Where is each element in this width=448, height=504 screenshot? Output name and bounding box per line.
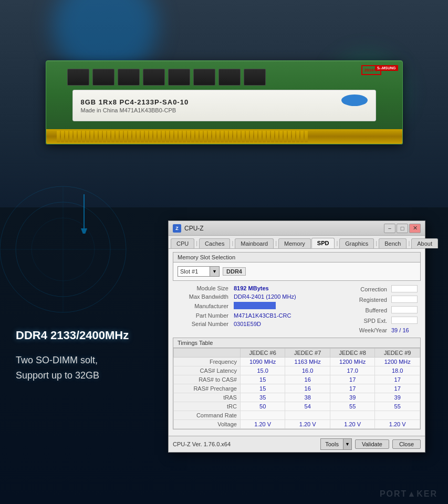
table-row: tRAS 35 38 39 39 xyxy=(174,393,420,402)
max-bandwidth-value: DDR4-2401 (1200 MHz) xyxy=(231,292,343,301)
close-window-button[interactable]: Close xyxy=(392,439,421,449)
timings-col-jedec7: JEDEC #7 xyxy=(285,349,330,358)
tab-mainboard[interactable]: Mainboard xyxy=(235,238,274,248)
cpuz-icon: Z xyxy=(173,224,181,233)
row-voltage-label: Voltage xyxy=(174,420,241,429)
cpuz-window: Z CPU-Z − □ ✕ CPU | Caches | Mainboard |… xyxy=(168,220,425,453)
correction-value xyxy=(389,284,421,295)
max-bandwidth-label: Max Bandwidth xyxy=(173,292,231,301)
tab-memory[interactable]: Memory xyxy=(278,238,311,248)
ram-brand-logo xyxy=(341,94,368,106)
module-size-value: 8192 MBytes xyxy=(231,284,343,292)
table-row: Command Rate xyxy=(174,411,420,420)
footer-version: CPU-Z Ver. 1.76.0.x64 xyxy=(173,441,317,447)
spd-info-table: Module Size 8192 MBytes Max Bandwidth DD… xyxy=(173,284,343,328)
memory-slot-group: Memory Slot Selection Slot #1 ▼ DDR4 xyxy=(173,252,421,281)
ram-chip xyxy=(193,69,215,86)
left-panel: DDR4 2133/2400MHz Two SO-DIMM solt, Supp… xyxy=(0,207,163,504)
tab-bench[interactable]: Bench xyxy=(379,238,407,248)
registered-row: Registered xyxy=(347,295,421,305)
tab-about[interactable]: About xyxy=(411,238,438,248)
ram-chip xyxy=(92,69,114,86)
row-frequency-j9: 1200 MHz xyxy=(375,358,420,366)
buffered-field xyxy=(391,306,418,313)
menu-tabs: CPU | Caches | Mainboard | Memory SPD | … xyxy=(169,236,425,249)
ram-gold-contacts xyxy=(46,129,402,144)
separator1: | xyxy=(195,238,199,248)
row-rascas-j8: 17 xyxy=(330,375,375,384)
ram-chip xyxy=(67,69,89,86)
spd-right: Correction Registered Buff xyxy=(347,284,421,334)
minimize-button[interactable]: − xyxy=(384,224,395,233)
window-content: Memory Slot Selection Slot #1 ▼ DDR4 xyxy=(169,249,425,436)
spd-ext-field xyxy=(391,317,418,324)
correction-row: Correction xyxy=(347,284,421,295)
timings-title: Timings Table xyxy=(173,338,420,348)
serial-number-row: Serial Number 0301E59D xyxy=(173,320,343,328)
close-button[interactable]: ✕ xyxy=(409,224,421,233)
tab-spd[interactable]: SPD xyxy=(311,238,335,248)
year-badge: 2016年 xyxy=(361,65,381,75)
buffered-row: Buffered xyxy=(347,305,421,316)
spd-left: Module Size 8192 MBytes Max Bandwidth DD… xyxy=(173,284,343,334)
row-raspre-j8: 17 xyxy=(330,384,375,393)
row-cmdrate-j9 xyxy=(375,411,420,420)
row-tras-j6: 35 xyxy=(240,393,285,402)
correction-label: Correction xyxy=(347,284,389,295)
table-row: Frequency 1090 MHz 1163 MHz 1200 MHz 120… xyxy=(174,358,420,366)
registered-field xyxy=(391,296,418,303)
separator3: | xyxy=(274,238,278,248)
row-trc-j8: 55 xyxy=(330,402,375,411)
table-row: CAS# Latency 15.0 16.0 17.0 18.0 xyxy=(174,366,420,375)
row-voltage-j6: 1.20 V xyxy=(240,420,285,429)
timings-col-label xyxy=(174,349,241,358)
slot-dropdown[interactable]: Slot #1 ▼ xyxy=(178,266,220,277)
tools-arrow[interactable]: ▼ xyxy=(343,439,351,449)
spd-right-table: Correction Registered Buff xyxy=(347,284,421,334)
row-cmdrate-j8 xyxy=(330,411,375,420)
spd-ext-value xyxy=(389,316,421,326)
title-bar-text: CPU-Z xyxy=(184,225,384,232)
tab-cpu[interactable]: CPU xyxy=(171,238,194,248)
row-tras-label: tRAS xyxy=(174,393,241,402)
tools-dropdown[interactable]: Tools ▼ xyxy=(320,438,352,450)
row-tras-j9: 39 xyxy=(375,393,420,402)
ram-label-text1: 8GB 1Rx8 PC4-2133P-SA0-10 xyxy=(81,98,368,106)
row-cas-j9: 18.0 xyxy=(375,366,420,375)
title-bar: Z CPU-Z − □ ✕ xyxy=(169,221,425,236)
table-row: Voltage 1.20 V 1.20 V 1.20 V 1.20 V xyxy=(174,420,420,429)
buffered-label: Buffered xyxy=(347,305,389,316)
row-rascas-label: RAS# to CAS# xyxy=(174,375,241,384)
row-tras-j8: 39 xyxy=(330,393,375,402)
module-size-label: Module Size xyxy=(173,284,231,292)
slot-selection-row: Slot #1 ▼ DDR4 xyxy=(178,265,416,278)
ram-chip xyxy=(244,69,266,86)
separator2: | xyxy=(231,238,234,248)
manufacturer-row: Manufacturer xyxy=(173,301,343,311)
registered-value xyxy=(389,295,421,305)
timings-col-jedec6: JEDEC #6 xyxy=(240,349,285,358)
ram-label: 8GB 1Rx8 PC4-2133P-SA0-10 Made in China … xyxy=(72,90,376,121)
timings-group: Timings Table JEDEC #6 JEDEC #7 JEDEC #8… xyxy=(173,338,421,429)
tab-graphics[interactable]: Graphics xyxy=(339,238,374,248)
spd-ext-row: SPD Ext. xyxy=(347,316,421,326)
separator5: | xyxy=(374,238,378,248)
maximize-button[interactable]: □ xyxy=(397,224,408,233)
buffered-value xyxy=(389,305,421,316)
ram-chips xyxy=(67,69,381,86)
ram-label-text2: Made in China M471A1K43BB0-CPB xyxy=(81,107,368,113)
table-row: RAS# to CAS# 15 16 17 17 xyxy=(174,375,420,384)
timings-tbody: Frequency 1090 MHz 1163 MHz 1200 MHz 120… xyxy=(174,358,420,429)
row-cas-j8: 17.0 xyxy=(330,366,375,375)
slot-dropdown-arrow[interactable]: ▼ xyxy=(210,267,219,276)
week-year-label: Week/Year xyxy=(347,326,389,334)
row-cas-j6: 15.0 xyxy=(240,366,285,375)
row-rascas-j9: 17 xyxy=(375,375,420,384)
timings-thead: JEDEC #6 JEDEC #7 JEDEC #8 JEDEC #9 xyxy=(174,349,420,358)
tab-caches[interactable]: Caches xyxy=(199,238,230,248)
module-size-row: Module Size 8192 MBytes xyxy=(173,284,343,292)
row-frequency-label: Frequency xyxy=(174,358,241,366)
week-year-row: Week/Year 39 / 16 xyxy=(347,326,421,334)
validate-button[interactable]: Validate xyxy=(355,439,389,449)
slot-dropdown-text: Slot #1 xyxy=(178,268,210,275)
